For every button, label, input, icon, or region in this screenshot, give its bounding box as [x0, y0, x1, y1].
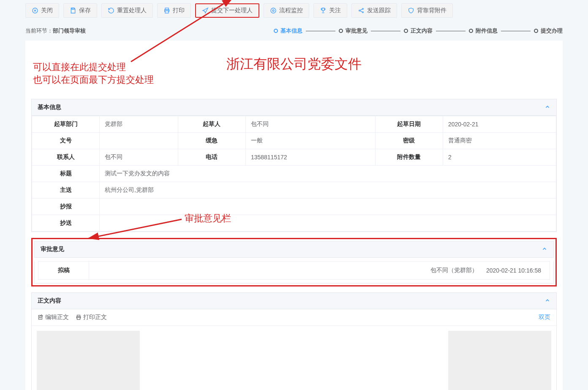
- mainsend-value: 杭州分公司,党群部: [100, 182, 556, 199]
- crumb-approval[interactable]: 审批意见: [339, 27, 368, 35]
- submit-next-handler-button[interactable]: 提交下一处理人: [195, 3, 259, 18]
- dot-icon: [404, 29, 408, 33]
- stage-value: 部门领导审核: [53, 27, 86, 34]
- content-title: 正文内容: [38, 297, 61, 305]
- approval-panel: 审批意见 拟稿 包不同（党群部） 2020-02-21 10:16:58: [31, 238, 557, 286]
- b2b-attach-label: 背靠背附件: [417, 7, 446, 14]
- svg-point-7: [362, 8, 364, 10]
- basic-info-header[interactable]: 基本信息: [31, 99, 557, 116]
- save-label: 保存: [79, 7, 91, 14]
- drafter-label: 起草人: [178, 116, 245, 133]
- flow-icon: [270, 7, 277, 14]
- crumb-separator: [306, 31, 335, 31]
- svg-rect-1: [72, 8, 74, 9]
- table-row: 主送 杭州分公司,党群部: [32, 182, 556, 199]
- send-track-button[interactable]: 发送跟踪: [351, 3, 397, 18]
- content-preview: [37, 331, 551, 390]
- crumb-label: 基本信息: [280, 27, 302, 35]
- flow-monitor-button[interactable]: 流程监控: [264, 3, 309, 18]
- chevron-up-icon[interactable]: [544, 297, 550, 305]
- content-panel: 正文内容 编辑正文 打印正文 双页: [31, 292, 557, 390]
- dot-icon: [469, 29, 473, 33]
- basic-info-table: 起草部门 党群部 起草人 包不同 起草日期 2020-02-21 文号 缓急 一…: [32, 116, 556, 232]
- basic-info-panel: 基本信息 起草部门 党群部 起草人 包不同 起草日期 2020-02-21 文号…: [31, 99, 557, 232]
- date-value: 2020-02-21: [443, 116, 556, 133]
- svg-point-6: [359, 10, 360, 11]
- svg-rect-13: [77, 318, 80, 320]
- date-label: 起草日期: [375, 116, 443, 133]
- basic-info-title: 基本信息: [38, 104, 61, 111]
- dot-icon: [534, 29, 538, 33]
- urgency-value: 一般: [245, 133, 375, 149]
- breadcrumb: 基本信息 审批意见 正文内容 附件信息 提交办理: [274, 27, 563, 35]
- share-icon: [358, 7, 365, 14]
- dot-icon: [339, 29, 343, 33]
- edit-content-link[interactable]: 编辑正文: [38, 314, 69, 321]
- approval-person: 包不同（党群部）: [430, 267, 478, 274]
- chevron-up-icon[interactable]: [544, 104, 550, 111]
- follow-label: 关注: [329, 7, 341, 14]
- follow-button[interactable]: 关注: [313, 3, 347, 18]
- flow-monitor-label: 流程监控: [279, 7, 303, 14]
- table-row: 起草部门 党群部 起草人 包不同 起草日期 2020-02-21: [32, 116, 556, 133]
- chevron-up-icon[interactable]: [542, 246, 547, 253]
- urgency-label: 缓急: [178, 133, 245, 149]
- reset-handler-button[interactable]: 重置处理人: [101, 3, 153, 18]
- save-button[interactable]: 保存: [63, 3, 97, 18]
- stage-label: 当前环节：: [25, 27, 53, 34]
- document-title: 浙江有限公司党委文件: [25, 41, 563, 99]
- save-icon: [70, 7, 76, 14]
- subheader: 当前环节：部门领导审核 基本信息 审批意见 正文内容 附件信息 提交办理: [0, 21, 588, 41]
- crumb-label: 正文内容: [411, 27, 433, 35]
- draft-label: 拟稿: [38, 262, 89, 279]
- current-stage: 当前环节：部门领导审核: [25, 27, 86, 35]
- crumb-submit[interactable]: 提交办理: [534, 27, 563, 35]
- content-actions: 编辑正文 打印正文 双页: [32, 309, 556, 326]
- crumb-label: 审批意见: [346, 27, 368, 35]
- close-icon: [32, 7, 38, 14]
- table-row: 标题 测试一下党办发文的内容: [32, 166, 556, 182]
- content-header[interactable]: 正文内容: [31, 292, 557, 309]
- content-body: 编辑正文 打印正文 双页: [31, 309, 557, 390]
- svg-point-5: [272, 10, 274, 11]
- secret-label: 密级: [375, 133, 443, 149]
- crumb-content[interactable]: 正文内容: [404, 27, 433, 35]
- title-value: 测试一下党办发文的内容: [100, 166, 556, 182]
- refresh-icon: [108, 7, 114, 14]
- print-content-link[interactable]: 打印正文: [76, 314, 107, 321]
- edit-content-label: 编辑正文: [45, 314, 69, 321]
- svg-point-8: [362, 12, 364, 13]
- print-icon: [76, 314, 82, 320]
- svg-rect-3: [165, 11, 169, 13]
- cc2-value: [100, 215, 556, 232]
- dual-page-link[interactable]: 双页: [539, 314, 550, 321]
- crumb-basic[interactable]: 基本信息: [274, 27, 302, 35]
- crumb-attachment[interactable]: 附件信息: [469, 27, 498, 35]
- attach-label: 附件数量: [375, 149, 443, 166]
- close-button[interactable]: 关闭: [25, 3, 59, 18]
- shield-icon: [408, 7, 414, 14]
- b2b-attach-button[interactable]: 背靠背附件: [401, 3, 453, 18]
- print-button[interactable]: 打印: [157, 3, 191, 18]
- trophy-icon: [320, 7, 327, 14]
- contact-label: 联系人: [32, 149, 100, 166]
- page-body: 可以直接在此提交处理 也可以在页面最下方提交处理 审批意见栏 浙江有限公司党委文…: [25, 41, 563, 390]
- approval-title: 审批意见: [41, 245, 64, 253]
- approval-row: 拟稿 包不同（党群部） 2020-02-21 10:16:58: [38, 261, 550, 280]
- paper-preview: [140, 331, 449, 390]
- submit-next-label: 提交下一处理人: [211, 7, 253, 14]
- mainsend-label: 主送: [32, 182, 100, 199]
- attach-value: 2: [443, 149, 556, 166]
- phone-label: 电话: [178, 149, 245, 166]
- print-content-label: 打印正文: [83, 314, 107, 321]
- docno-label: 文号: [32, 133, 100, 149]
- approval-header[interactable]: 审批意见: [34, 241, 554, 258]
- cc-value: [100, 199, 556, 215]
- table-row: 联系人 包不同 电话 13588115172 附件数量 2: [32, 149, 556, 166]
- approval-content: 包不同（党群部） 2020-02-21 10:16:58: [89, 262, 550, 279]
- table-row: 文号 缓急 一般 密级 普通商密: [32, 133, 556, 149]
- cc-label: 抄报: [32, 199, 100, 215]
- phone-value: 13588115172: [245, 149, 375, 166]
- dot-icon: [274, 29, 278, 33]
- edit-icon: [38, 314, 44, 320]
